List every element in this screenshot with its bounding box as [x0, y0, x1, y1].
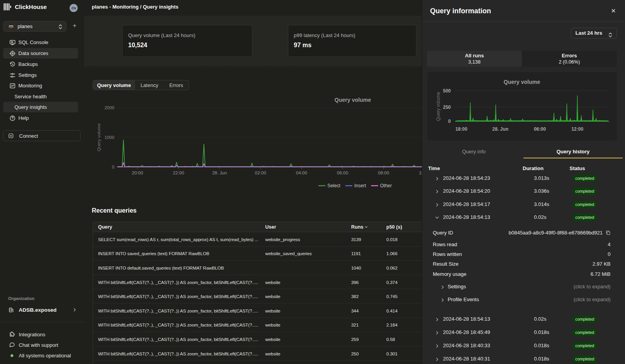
svg-text:06:00: 06:00 [337, 170, 348, 175]
svg-text:28. Jun: 28. Jun [492, 126, 508, 132]
svg-text:Other: Other [380, 183, 392, 188]
svg-text:04:00: 04:00 [296, 170, 307, 175]
svg-text:06:00: 06:00 [534, 126, 546, 132]
svg-text:Query volume: Query volume [334, 97, 371, 103]
svg-text:Select: Select [327, 183, 341, 188]
svg-text:2000: 2000 [104, 105, 114, 110]
svg-text:02:00: 02:00 [255, 170, 266, 175]
svg-text:Insert: Insert [354, 183, 366, 188]
svg-text:0: 0 [448, 119, 451, 124]
svg-text:1000: 1000 [104, 135, 114, 140]
svg-text:28. Jun: 28. Jun [212, 170, 227, 175]
svg-text:18:00: 18:00 [455, 126, 468, 132]
svg-text:0: 0 [112, 165, 114, 169]
svg-text:aws: aws [9, 25, 14, 27]
svg-text:Query volume: Query volume [504, 79, 540, 85]
svg-text:250: 250 [443, 105, 451, 110]
svg-text:08:00: 08:00 [378, 170, 389, 175]
svg-text:Query volume: Query volume [96, 123, 101, 151]
svg-text:22:00: 22:00 [173, 170, 184, 175]
svg-text:Query volume: Query volume [436, 92, 441, 121]
svg-text:20:00: 20:00 [132, 170, 143, 175]
svg-text:12:00: 12:00 [571, 126, 584, 132]
svg-text:500: 500 [443, 88, 451, 94]
